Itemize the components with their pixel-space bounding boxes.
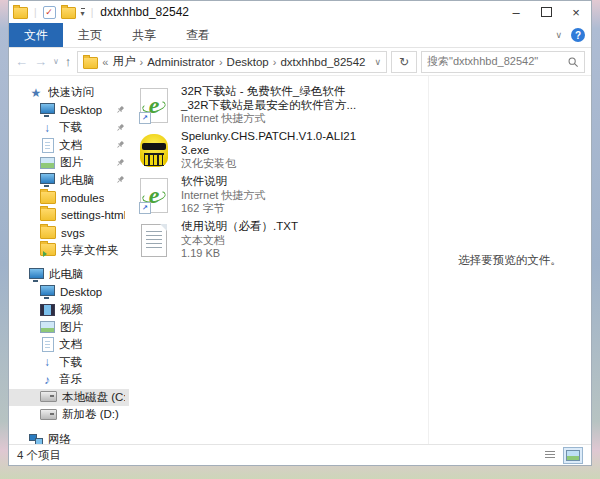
breadcrumb-item-administrator[interactable]: Administrator: [147, 56, 215, 68]
sidebar-item-pictures[interactable]: 图片: [9, 319, 129, 337]
chevron-right-icon: ›: [139, 56, 143, 68]
breadcrumb-item-desktop[interactable]: Desktop: [227, 56, 269, 68]
pin-icon: [115, 123, 125, 133]
search-icon[interactable]: [567, 56, 579, 68]
close-button[interactable]: ×: [561, 1, 591, 23]
address-toolbar: ← → ∨ ↑ « 用户 › Administrator › Desktop ›…: [9, 48, 591, 76]
breadcrumb-overflow-icon[interactable]: «: [102, 56, 108, 68]
tab-home[interactable]: 主页: [63, 23, 117, 47]
breadcrumb[interactable]: « 用户 › Administrator › Desktop › dxtxhhb…: [77, 51, 387, 73]
recent-locations-dropdown-icon[interactable]: ∨: [53, 57, 59, 66]
chevron-right-icon: ›: [219, 56, 223, 68]
sidebar-item-local-disk-c[interactable]: 本地磁盘 (C:): [9, 389, 129, 407]
search-box[interactable]: 搜索"dxtxhhbd_82542": [421, 51, 585, 73]
ie-shortcut-icon: e ↗: [137, 85, 171, 125]
file-item-software-notes[interactable]: e ↗ 软件说明 Internet 快捷方式 162 字节: [129, 175, 428, 219]
forward-icon[interactable]: →: [34, 54, 47, 69]
file-type: 文本文档: [181, 234, 298, 248]
folder-icon: [40, 208, 56, 221]
file-text: 软件说明 Internet 快捷方式 162 字节: [181, 175, 265, 216]
sidebar-item-network[interactable]: 网络: [9, 431, 129, 445]
sidebar-item-desktop-pinned[interactable]: Desktop: [9, 102, 129, 120]
location-folder-icon: [83, 57, 98, 69]
network-icon: [29, 434, 43, 444]
status-bar: 4 个项目: [9, 444, 591, 465]
details-view-icon: [545, 451, 555, 460]
sidebar-item-thispc-pinned[interactable]: 此电脑: [9, 172, 129, 190]
pictures-icon: [40, 157, 55, 169]
sidebar-item-new-volume-d[interactable]: 新加卷 (D:): [9, 406, 129, 424]
maximize-button[interactable]: [531, 1, 561, 23]
file-type: Internet 快捷方式: [181, 112, 356, 126]
details-view-button[interactable]: [540, 447, 560, 464]
tab-file[interactable]: 文件: [9, 23, 63, 47]
properties-icon[interactable]: ✓: [43, 6, 56, 19]
sidebar-gap: [9, 424, 129, 431]
items-count: 4 个项目: [17, 448, 61, 463]
tab-share[interactable]: 共享: [117, 23, 171, 47]
expand-ribbon-icon[interactable]: ∨: [555, 30, 562, 40]
sidebar-item-thispc[interactable]: 此电脑: [9, 266, 129, 284]
pin-icon: [115, 158, 125, 168]
file-text: 32R下载站 - 免费软件_绿色软件 _32R下载站是最安全的软件官方... I…: [181, 85, 356, 126]
main-content: ★ 快速访问 Desktop ↓ 下载 文档: [9, 76, 591, 444]
file-name: Spelunky.CHS.PATCH.V1.0-ALI21: [181, 130, 356, 144]
preview-message: 选择要预览的文件。: [458, 253, 562, 268]
breadcrumb-item-users[interactable]: 用户: [112, 54, 135, 69]
large-icons-view-button[interactable]: [563, 447, 583, 464]
maximize-icon: [541, 7, 552, 17]
sidebar-item-shared-folder[interactable]: 共享文件夹: [9, 242, 129, 260]
skull-exe-icon: [137, 130, 171, 170]
disk-icon: [40, 391, 57, 402]
monitor-icon: [40, 285, 55, 296]
sidebar-item-modules[interactable]: modules: [9, 189, 129, 207]
pin-icon: [115, 105, 125, 115]
sidebar-item-videos[interactable]: 视频: [9, 301, 129, 319]
file-name: 使用说明（必看）.TXT: [181, 220, 298, 234]
quick-access-toolbar: | ✓ ▾ |: [13, 5, 94, 19]
navigation-pane: ★ 快速访问 Desktop ↓ 下载 文档: [9, 76, 129, 444]
file-size: 1.19 KB: [181, 247, 298, 261]
minimize-button[interactable]: –: [501, 1, 531, 23]
sidebar-item-downloads[interactable]: ↓ 下载: [9, 354, 129, 372]
file-name: _32R下载站是最安全的软件官方...: [181, 99, 356, 113]
pin-icon: [115, 140, 125, 150]
back-icon[interactable]: ←: [15, 54, 28, 69]
sidebar-item-settings-html[interactable]: settings-html: [9, 207, 129, 225]
computer-icon: [29, 268, 44, 279]
sidebar-item-downloads-pinned[interactable]: ↓ 下载: [9, 119, 129, 137]
sidebar-item-documents[interactable]: 文档: [9, 336, 129, 354]
window-folder-icon: [13, 7, 28, 19]
sidebar-item-desktop[interactable]: Desktop: [9, 284, 129, 302]
sidebar-item-music[interactable]: ♪ 音乐: [9, 371, 129, 389]
download-arrow-icon: ↓: [40, 356, 54, 368]
file-type: 汉化安装包: [181, 157, 356, 171]
help-icon[interactable]: ?: [571, 28, 585, 42]
refresh-button[interactable]: ↻: [391, 51, 417, 73]
customize-qat-dropdown-icon[interactable]: ▾: [81, 8, 85, 17]
address-dropdown-icon[interactable]: ∨: [374, 57, 381, 67]
file-type: Internet 快捷方式: [181, 189, 265, 203]
new-folder-icon[interactable]: [61, 7, 76, 19]
sidebar-item-svgs[interactable]: svgs: [9, 224, 129, 242]
document-icon: [42, 337, 54, 352]
video-icon: [40, 304, 55, 316]
up-icon[interactable]: ↑: [65, 54, 72, 69]
sidebar-item-pictures-pinned[interactable]: 图片: [9, 154, 129, 172]
file-item-spelunky-patch-exe[interactable]: Spelunky.CHS.PATCH.V1.0-ALI21 3.exe 汉化安装…: [129, 130, 428, 174]
file-text: Spelunky.CHS.PATCH.V1.0-ALI21 3.exe 汉化安装…: [181, 130, 356, 171]
sidebar-item-quick-access[interactable]: ★ 快速访问: [9, 84, 129, 102]
star-icon: ★: [29, 86, 43, 100]
window-title: dxtxhhbd_82542: [100, 5, 501, 19]
file-item-32r-shortcut[interactable]: e ↗ 32R下载站 - 免费软件_绿色软件 _32R下载站是最安全的软件官方.…: [129, 85, 428, 129]
disk-icon: [40, 409, 57, 420]
file-item-readme-txt[interactable]: 使用说明（必看）.TXT 文本文档 1.19 KB: [129, 220, 428, 264]
monitor-icon: [40, 103, 55, 114]
sidebar-item-documents-pinned[interactable]: 文档: [9, 137, 129, 155]
file-text: 使用说明（必看）.TXT 文本文档 1.19 KB: [181, 220, 298, 261]
ribbon-tabs: 文件 主页 共享 查看 ∨ ?: [9, 23, 591, 48]
titlebar: | ✓ ▾ | dxtxhhbd_82542 – ×: [9, 1, 591, 23]
tab-view[interactable]: 查看: [171, 23, 225, 47]
file-name: 32R下载站 - 免费软件_绿色软件: [181, 85, 356, 99]
breadcrumb-item-current[interactable]: dxtxhhbd_82542: [280, 56, 365, 68]
